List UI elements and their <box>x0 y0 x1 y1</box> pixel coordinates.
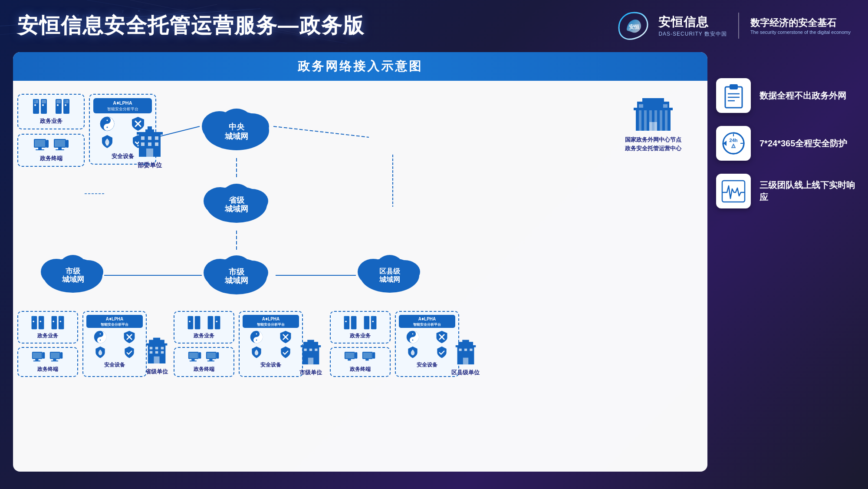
gov-business-box-1: 政务业务 <box>17 94 85 129</box>
ministry-group: 政务业务 <box>17 94 85 167</box>
gov-business-label-3: 政务业务 <box>178 332 230 340</box>
svg-rect-76 <box>66 140 69 148</box>
ministry-label: 部委单位 <box>138 162 162 169</box>
svg-point-80 <box>107 120 108 121</box>
svg-point-84 <box>106 143 108 146</box>
svg-point-118 <box>53 321 54 323</box>
svg-rect-195 <box>365 359 368 361</box>
alpha-platform-2: A♦LPHA智能安全分析平台 <box>82 311 147 377</box>
district-label: 区县级单位 <box>451 369 480 377</box>
svg-rect-108 <box>639 104 643 108</box>
gov-business-box-2: 政务业务 <box>17 311 78 344</box>
national-building-icon <box>634 98 673 133</box>
feature-text-tier: 三级团队线上线下实时响应 <box>760 179 855 203</box>
svg-rect-187 <box>371 316 374 319</box>
svg-point-15 <box>204 111 269 150</box>
ministry-unit: 部委单位 <box>137 124 163 169</box>
svg-rect-56 <box>42 100 46 103</box>
svg-text:24h: 24h <box>730 138 738 143</box>
shield-leaf-icon-3 <box>243 346 270 360</box>
svg-point-16 <box>202 111 237 142</box>
svg-rect-66 <box>63 99 66 102</box>
svg-rect-141 <box>150 347 153 350</box>
svg-rect-146 <box>161 351 164 354</box>
logo-divider <box>738 13 739 39</box>
svg-rect-143 <box>161 347 164 350</box>
svg-rect-208 <box>459 349 461 351</box>
national-center: 国家政务外网中心节点 政务安全托管运营中心 <box>625 98 681 152</box>
svg-point-18 <box>221 109 252 133</box>
svg-point-65 <box>65 104 66 106</box>
gov-terminal-box-4: 政务终端 <box>330 347 391 377</box>
province-unit: 省级单位 <box>145 337 168 376</box>
feature-text-24h: 7*24*365全程安全防护 <box>760 137 847 149</box>
heartbeat-icon-box <box>716 174 751 208</box>
svg-rect-62 <box>56 100 61 103</box>
logo-text-left: 安恒信息 DAS-SECURITY 数安中国 <box>658 14 727 38</box>
district-group: 政务业务 <box>330 311 459 377</box>
shield-leaf-icon-4 <box>399 346 426 360</box>
svg-rect-91 <box>141 142 145 146</box>
svg-point-151 <box>189 321 191 323</box>
svg-rect-144 <box>150 351 153 354</box>
shield-check-icon-3 <box>272 346 299 360</box>
gov-terminal-label-1: 政务终端 <box>22 155 80 162</box>
svg-rect-157 <box>189 353 198 358</box>
svg-line-46 <box>273 126 369 137</box>
gov-terminal-label-3: 政务终端 <box>178 366 230 373</box>
tagline-cn: 数字经济的安全基石 <box>750 17 851 30</box>
desktop-icon-b2 <box>49 351 64 364</box>
gov-business-label-1: 政务业务 <box>22 117 80 125</box>
alpha-platform-4: A♦LPHA智能安全分析平台 <box>395 311 459 377</box>
svg-rect-71 <box>46 140 49 148</box>
svg-point-29 <box>235 261 268 285</box>
svg-rect-149 <box>195 316 201 330</box>
svg-rect-94 <box>146 149 153 157</box>
svg-text:城域网: 城域网 <box>379 276 400 283</box>
svg-rect-75 <box>56 149 64 150</box>
svg-rect-159 <box>190 360 197 361</box>
alpha-platform-3: A♦LPHA智能安全分析平台 <box>239 311 303 377</box>
svg-rect-124 <box>43 352 45 359</box>
svg-rect-160 <box>199 352 201 359</box>
main-content: 政务网络接入示意图 中央 城域网 <box>13 52 855 472</box>
svg-point-58 <box>42 104 44 106</box>
svg-point-17 <box>234 113 269 139</box>
svg-point-133 <box>99 334 101 335</box>
svg-rect-145 <box>155 351 158 354</box>
svg-rect-196 <box>373 352 375 359</box>
svg-rect-180 <box>308 358 313 365</box>
svg-rect-68 <box>35 140 45 147</box>
city-unit: 市级单位 <box>299 339 322 377</box>
svg-rect-106 <box>665 110 667 131</box>
svg-rect-178 <box>309 349 312 351</box>
svg-rect-183 <box>344 316 347 319</box>
svg-point-155 <box>216 321 218 323</box>
svg-point-64 <box>57 104 59 106</box>
yinyang-icon-1 <box>93 116 122 132</box>
svg-point-28 <box>204 259 237 287</box>
alpha-badge-1: A♦LPHA智能安全分析平台 <box>107 100 138 111</box>
svg-rect-207 <box>462 340 469 343</box>
shield-leaf-icon-2 <box>86 346 114 360</box>
district-unit: 区县级单位 <box>451 339 480 377</box>
svg-rect-109 <box>663 104 667 108</box>
svg-rect-185 <box>364 316 370 330</box>
shield-check-icon-2 <box>115 346 143 360</box>
shield-x-icon-2 <box>115 330 143 344</box>
page-title: 安恒信息安全托管运营服务—政务版 <box>17 12 365 40</box>
svg-rect-74 <box>58 148 62 149</box>
yinyang-icon-2 <box>86 330 114 344</box>
gov-terminal-box-2: 政务终端 <box>17 347 78 377</box>
svg-rect-115 <box>52 316 57 330</box>
svg-point-21 <box>206 186 267 223</box>
svg-text:区县级: 区县级 <box>379 268 401 275</box>
city-label: 市级单位 <box>299 369 322 377</box>
desktop-icon-c2 <box>205 351 220 364</box>
svg-point-57 <box>34 104 36 106</box>
server-icon-b1 <box>30 315 46 330</box>
heartbeat-icon <box>721 179 746 203</box>
server-icon-c1 <box>186 315 202 330</box>
yinyang-icon-4 <box>399 330 426 344</box>
svg-rect-121 <box>33 353 42 358</box>
